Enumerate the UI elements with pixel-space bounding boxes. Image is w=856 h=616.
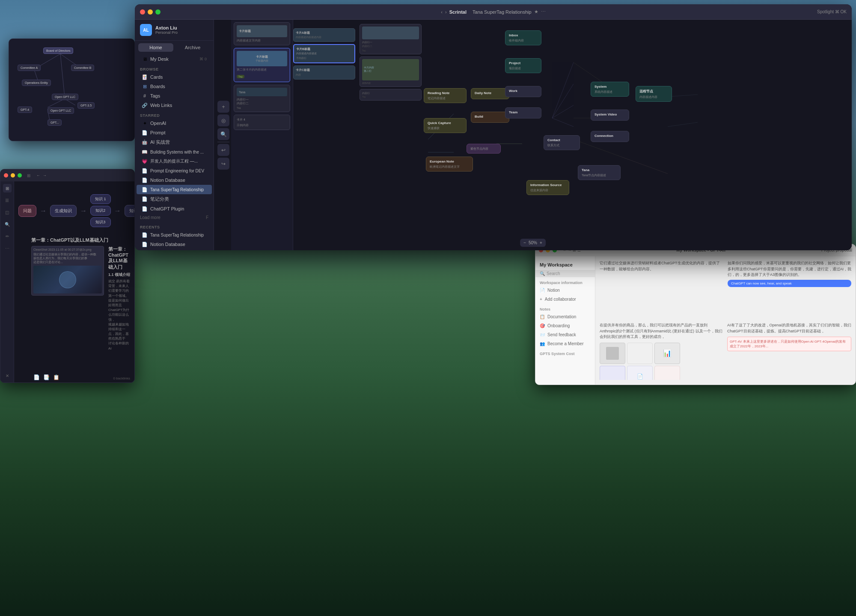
bl-icon-close[interactable]: ✕ — [3, 371, 12, 380]
node-card-1[interactable]: 卡片标题 内容描述文字内容 — [234, 22, 290, 45]
canvas-card-f[interactable]: 内容行 Tag — [360, 89, 422, 101]
thumb-1[interactable] — [600, 343, 625, 364]
recent-item-notion[interactable]: 📄 Notion Database — [137, 240, 212, 249]
user-profile[interactable]: AL Axton Liu Personal Pro — [135, 20, 214, 41]
undo-tool[interactable]: ↩ — [217, 144, 229, 156]
canvas-area[interactable]: + ◎ 🔍 ↩ ↪ 卡片标题 内容描述文字内容 — [214, 20, 852, 250]
bl-icon-edit[interactable]: ✏ — [3, 232, 12, 240]
file-icon-3[interactable]: 📋 — [53, 374, 59, 380]
thumb-5[interactable]: 📄 — [627, 366, 653, 380]
canvas-card-d[interactable]: 内容行一 内容行二 Tag — [360, 24, 422, 54]
thumb-6[interactable] — [654, 366, 680, 380]
sidebar-item-ai[interactable]: 🤖 AI 实战营 — [137, 137, 212, 147]
canvas-card-a[interactable]: 卡片A标题 内容描述内容描述内容 — [293, 28, 355, 42]
flow-node-k3[interactable]: 知识3 — [90, 217, 111, 227]
canvas-node-build[interactable]: Build — [471, 112, 509, 123]
bl-canvas[interactable]: 问题 → 生成知识 → 知识 1 知识2 知识3 → 知识整合 → 回答 — [14, 181, 134, 382]
sidebar-item-notion-db[interactable]: 📄 Notion Database — [137, 175, 212, 185]
nav-back-icon[interactable]: ‹ — [441, 9, 443, 15]
sidebar-item-weblinks[interactable]: 🔗 Web Links — [137, 101, 212, 110]
sidebar-item-boards[interactable]: ⊞ Boards — [137, 82, 212, 91]
sidebar-item-building[interactable]: 📖 Building Systems with the ... — [137, 147, 212, 157]
canvas-node-contact[interactable]: Contact 联系方式 — [544, 135, 580, 150]
bl-icon-search[interactable]: 🔍 — [3, 220, 12, 228]
flow-node-question[interactable]: 问题 — [18, 205, 36, 217]
sidebar-item-dev-prompt[interactable]: 💗 开发人员的提示工程 —... — [137, 157, 212, 166]
canvas-node-project[interactable]: Project 项目描述 — [505, 58, 541, 73]
sidebar-item-prompt[interactable]: 📄 Prompt — [137, 128, 212, 137]
canvas-node-tana[interactable]: Tana Tana节点内容描述 — [578, 165, 621, 180]
canvas-node-daily-note[interactable]: Daily Note — [471, 88, 509, 99]
br-sidebar-notion[interactable]: 📄 Notion — [535, 286, 595, 295]
node-card-4[interactable]: 卡片 4 示例内容 — [234, 115, 290, 130]
canvas-card-c[interactable]: 卡片C标题 内容 — [293, 65, 355, 80]
sidebar-item-openai[interactable]: ✦ OpenAI — [137, 118, 212, 128]
bl-icon-list[interactable]: ☰ — [3, 196, 12, 204]
node-card-3[interactable]: Tana 内容行一内容行二 Tag — [234, 85, 290, 112]
star-icon[interactable]: ★ — [534, 9, 538, 15]
thumb-3[interactable]: 📊 — [654, 343, 680, 364]
bl-nav-forward[interactable]: → — [43, 173, 47, 178]
bl-icon-panel[interactable]: ◫ — [3, 208, 12, 216]
add-tool[interactable]: + — [217, 101, 229, 113]
canvas-node-quick-capture[interactable]: Quick Capture 快速捕获 — [424, 118, 467, 133]
bl-icon-more[interactable]: ⋯ — [3, 244, 12, 252]
bl-icon-grid[interactable]: ⊞ — [3, 184, 12, 192]
br-search-bar[interactable]: 🔍 Search — [535, 270, 595, 277]
flow-node-generate[interactable]: 生成知识 — [50, 205, 77, 217]
br-sidebar-member[interactable]: 👥 Become a Member — [535, 339, 595, 348]
canvas-node-team[interactable]: Team — [505, 107, 541, 118]
canvas-node-connection[interactable]: Connection — [591, 131, 629, 142]
canvas-node-info-source[interactable]: Information Source 信息来源内容 — [526, 180, 569, 195]
bl-close[interactable] — [4, 173, 8, 178]
br-sidebar-documentation[interactable]: 📋 Documentation — [535, 312, 595, 321]
canvas-node-system-video[interactable]: System Video — [591, 110, 629, 121]
close-button[interactable] — [140, 9, 145, 15]
sidebar-item-notes[interactable]: 📄 笔记分类 — [137, 194, 212, 204]
br-sidebar-onboarding[interactable]: 🎯 Onboarding — [535, 321, 595, 330]
file-icon-2[interactable]: 📑 — [43, 374, 50, 380]
br-sidebar-feedback[interactable]: 📨 Send feedback — [535, 330, 595, 339]
bl-minimize[interactable] — [11, 173, 15, 178]
canvas-node-inbox[interactable]: Inbox 收件箱内容 — [505, 30, 541, 45]
recent-item-chatgpt[interactable]: 📄 ChatGPT Prompt Engineer... — [137, 249, 212, 250]
maximize-button[interactable] — [155, 9, 160, 15]
reading-note-content: 笔记内容描述 — [428, 96, 463, 100]
zoom-minus[interactable]: − — [523, 240, 526, 245]
recent-item-tana[interactable]: 📄 Tana SuperTag Relationship — [137, 230, 212, 240]
canvas-node-far-right[interactable]: 远程节点 内容描述内容 — [636, 86, 672, 102]
redo-tool[interactable]: ↪ — [217, 157, 229, 169]
sidebar-item-tana[interactable]: 📄 Tana SuperTag Relationship — [137, 185, 212, 194]
sidebar-item-cards[interactable]: 🃏 Cards — [137, 72, 212, 82]
share-icon[interactable]: ⋯ — [541, 9, 546, 15]
nav-forward-icon[interactable]: › — [445, 9, 447, 15]
node-card-2[interactable]: 卡片标题 子标题内容 第二张卡片的内容描述 Tag — [234, 48, 290, 82]
file-icon-1[interactable]: 📄 — [33, 374, 40, 380]
tab-home[interactable]: Home — [138, 43, 173, 52]
flow-node-integrate[interactable]: 知识整合 — [125, 205, 134, 217]
canvas-node-teal-2[interactable]: System 系统内容描述 — [591, 82, 629, 97]
thumb-4[interactable] — [600, 366, 625, 380]
canvas-node-purple[interactable]: 紫色节点内容 — [467, 144, 501, 154]
canvas-node-european-note[interactable]: European Note 欧洲笔记内容描述文字 — [426, 157, 473, 172]
br-sidebar-add-collab[interactable]: + Add collaborator — [535, 295, 595, 304]
canvas-card-b[interactable]: 卡片B标题 内容描述内容描述 子内容行 — [293, 44, 355, 63]
minimize-button[interactable] — [148, 9, 153, 15]
canvas-node-work[interactable]: Work — [505, 86, 541, 97]
tab-archive[interactable]: Archive — [175, 43, 210, 52]
bl-maximize[interactable] — [18, 173, 22, 178]
bl-nav-back[interactable]: ← — [36, 173, 40, 178]
canvas-card-e[interactable]: 卡片内容第二行 底部内容 — [360, 56, 422, 87]
zoom-plus[interactable]: + — [540, 240, 542, 245]
sidebar-item-pe-dev[interactable]: 📄 Prompt Engineering for DEV — [137, 166, 212, 175]
flow-node-k2[interactable]: 知识2 — [90, 206, 111, 216]
starred-load-more[interactable]: Load more F — [135, 213, 214, 222]
flow-node-k1[interactable]: 知识 1 — [90, 194, 111, 204]
canvas-node-reading-note[interactable]: Reading Note 笔记内容描述 — [424, 88, 467, 103]
sidebar-item-tags[interactable]: # Tags — [137, 91, 212, 101]
sidebar-item-chatgpt-plugin[interactable]: 📄 ChatGPT Plugin — [137, 204, 212, 213]
my-desk-item[interactable]: 🖥 My Desk ⌘ 0 — [137, 54, 212, 64]
thumb-2[interactable] — [627, 343, 653, 364]
zoom-in-tool[interactable]: 🔍 — [217, 128, 229, 140]
select-tool[interactable]: ◎ — [217, 114, 229, 126]
